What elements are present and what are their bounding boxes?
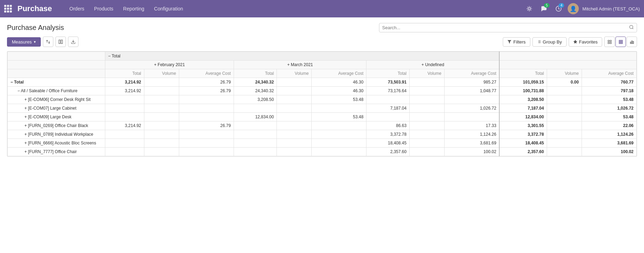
- row-cell: 53.48: [312, 113, 366, 121]
- swap-icon-btn[interactable]: [43, 37, 53, 47]
- apps-icon[interactable]: [4, 5, 12, 13]
- row-cell: [144, 130, 179, 139]
- toolbar-left: Measures: [7, 37, 78, 47]
- svg-rect-15: [610, 40, 611, 41]
- feb-avgcost-col: Average Cost: [179, 69, 234, 78]
- row-label: + [E-COM06] Corner Desk Right Sit: [8, 95, 105, 104]
- undef-label: Undefined: [425, 62, 444, 67]
- measures-button[interactable]: Measures: [7, 37, 41, 47]
- row-cell: 3,208.50: [234, 95, 276, 104]
- avatar[interactable]: 👤: [568, 3, 579, 14]
- svg-marker-6: [508, 40, 511, 44]
- row-cell: 760.77: [582, 78, 636, 87]
- list-view-btn[interactable]: [615, 37, 626, 47]
- chart-view-btn[interactable]: [627, 37, 637, 47]
- row-cell: 17.33: [444, 121, 499, 130]
- row-cell: [312, 130, 366, 139]
- row-cell: [547, 95, 582, 104]
- row-cell: [179, 113, 234, 121]
- row-cell: [144, 148, 179, 156]
- download-icon-btn[interactable]: [68, 37, 78, 47]
- row-cell: 3,681.69: [582, 139, 636, 148]
- row-cell: 7,187.04: [499, 104, 547, 113]
- row-cell: [144, 78, 179, 87]
- row-cell: [234, 121, 276, 130]
- row-cell: 1,026.72: [582, 104, 636, 113]
- feb-volume-col: Volume: [144, 69, 179, 78]
- row-cell: [409, 78, 444, 87]
- row-cell: [144, 121, 179, 130]
- row-cell: [547, 87, 582, 95]
- search-input[interactable]: [382, 25, 629, 30]
- favorites-button[interactable]: Favorites: [569, 37, 602, 47]
- row-cell: 3,214.92: [105, 87, 144, 95]
- row-cell: 46.30: [312, 78, 366, 87]
- row-cell: 26.79: [179, 121, 234, 130]
- row-cell: [409, 104, 444, 113]
- chat-badge: 5: [544, 3, 550, 8]
- row-cell: 26.79: [179, 87, 234, 95]
- und-volume-col: Volume: [409, 69, 444, 78]
- row-cell: [179, 95, 234, 104]
- columns-icon-btn[interactable]: [55, 37, 66, 47]
- bug-icon-btn[interactable]: [524, 3, 535, 14]
- nav-reporting[interactable]: Reporting: [119, 4, 149, 14]
- clock-icon-btn[interactable]: 4: [553, 3, 564, 14]
- table-row: + [E-COM06] Corner Desk Right Sit3,208.5…: [8, 95, 637, 104]
- mar-label: March 2021: [291, 62, 313, 67]
- clock-badge: 4: [559, 3, 564, 8]
- filters-button[interactable]: Filters: [503, 37, 530, 47]
- table-row: − All / Saleable / Office Furniture3,214…: [8, 87, 637, 95]
- username: Mitchell Admin (TEST_OCA): [582, 6, 640, 11]
- row-cell: [277, 113, 312, 121]
- kanban-view-btn[interactable]: [604, 37, 615, 47]
- svg-rect-17: [608, 42, 609, 44]
- und-avgcost-col: Average Cost: [444, 69, 499, 78]
- row-cell: 3,214.92: [105, 78, 144, 87]
- toolbar-right: Filters Group By Favorites: [503, 37, 637, 47]
- row-cell: 1,026.72: [444, 104, 499, 113]
- svg-rect-25: [633, 41, 634, 44]
- row-label: − Total: [8, 78, 105, 87]
- nav-orders[interactable]: Orders: [65, 4, 89, 14]
- feb-icon: +: [154, 62, 157, 67]
- row-cell: 22.06: [582, 121, 636, 130]
- row-cell: 3,372.78: [366, 130, 409, 139]
- row-label-header: [8, 52, 105, 61]
- nav-configuration[interactable]: Configuration: [150, 4, 187, 14]
- toolbar-row: Measures Filters: [7, 37, 637, 47]
- row-cell: [144, 139, 179, 148]
- row-cell: 2,357.60: [366, 148, 409, 156]
- row-label: + [FURN_0269] Office Chair Black: [8, 121, 105, 130]
- chat-icon-btn[interactable]: 5: [538, 3, 550, 14]
- topnav-menu: Orders Products Reporting Configuration: [65, 4, 521, 14]
- nav-products[interactable]: Products: [90, 4, 118, 14]
- groupby-button[interactable]: Group By: [532, 37, 567, 47]
- row-cell: 46.30: [312, 87, 366, 95]
- page-header: Purchase Analysis: [7, 23, 637, 32]
- row-cell: [312, 148, 366, 156]
- row-cell: 100,731.88: [499, 87, 547, 95]
- feb-label: February 2021: [158, 62, 185, 67]
- row-cell: [144, 104, 179, 113]
- row-cell: 73,176.64: [366, 87, 409, 95]
- row-cell: 1,048.77: [444, 87, 499, 95]
- row-label: + [FURN_7777] Office Chair: [8, 148, 105, 156]
- topnav-right: 5 4 👤 Mitchell Admin (TEST_OCA): [524, 3, 640, 14]
- row-cell: [105, 148, 144, 156]
- row-cell: 3,214.92: [105, 121, 144, 130]
- svg-point-0: [528, 8, 530, 10]
- row-cell: [179, 148, 234, 156]
- row-cell: 53.48: [582, 113, 636, 121]
- row-cell: 26.79: [179, 78, 234, 87]
- row-cell: [444, 113, 499, 121]
- view-icons: [604, 37, 637, 47]
- row-cell: 3,208.50: [499, 95, 547, 104]
- feb-total-col: Total: [105, 69, 144, 78]
- row-cell: 24,340.32: [234, 78, 276, 87]
- row-label: + [FURN_6666] Acoustic Bloc Screens: [8, 139, 105, 148]
- svg-rect-24: [631, 41, 632, 44]
- row-cell: [409, 87, 444, 95]
- table-row: + [E-COM09] Large Desk12,834.0053.4812,8…: [8, 113, 637, 121]
- topnav: Purchase Orders Products Reporting Confi…: [0, 0, 644, 17]
